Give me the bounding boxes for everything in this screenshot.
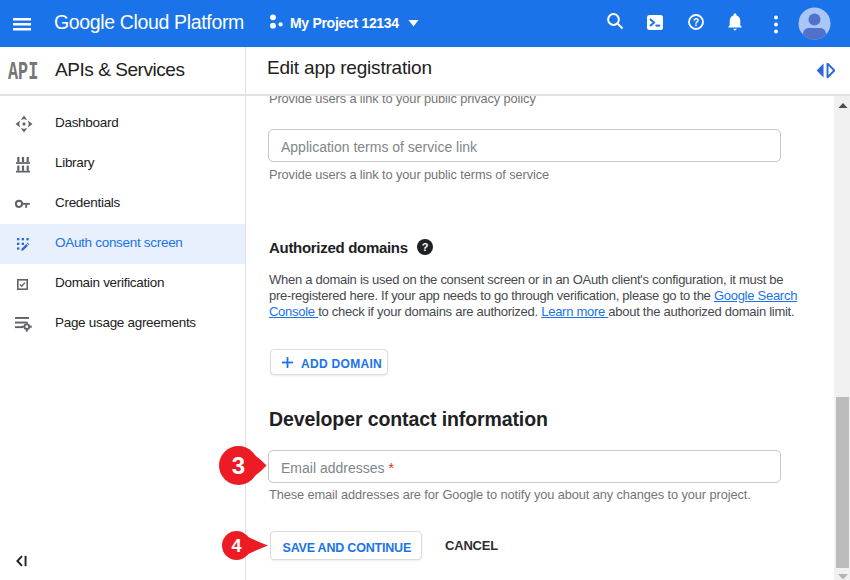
svg-text:3: 3 (232, 452, 245, 479)
svg-text:?: ? (422, 241, 429, 253)
svg-text:?: ? (693, 17, 699, 28)
svg-text:4: 4 (231, 536, 241, 556)
